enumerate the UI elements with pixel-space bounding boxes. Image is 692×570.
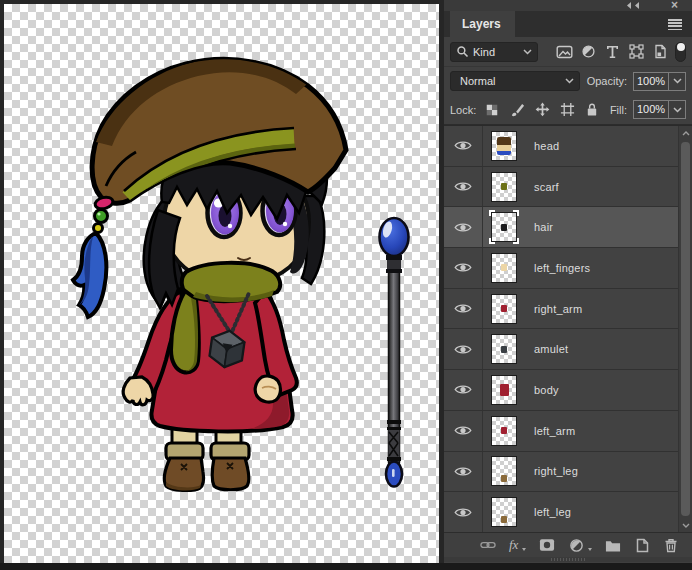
green-bead <box>95 210 108 223</box>
filter-type-layers-icon[interactable] <box>603 43 621 61</box>
new-layer-icon[interactable] <box>634 537 650 553</box>
layer-row[interactable]: left_arm <box>444 411 692 452</box>
lock-position-move-icon[interactable] <box>533 101 551 119</box>
layer-name[interactable]: left_fingers <box>534 262 590 274</box>
photoshop-window: { "panel": { "tab_label": "Layers", "hea… <box>0 0 692 570</box>
layer-name[interactable]: body <box>534 384 559 396</box>
visibility-eye-icon[interactable] <box>444 289 483 329</box>
opacity-dropdown-icon[interactable] <box>668 73 685 90</box>
lock-label: Lock: <box>450 104 476 116</box>
panel-title-bar: × <box>444 0 692 11</box>
layer-row-selected[interactable]: hair <box>444 207 692 248</box>
lock-all-padlock-icon[interactable] <box>583 101 601 119</box>
delete-layer-trash-icon[interactable] <box>663 537 679 553</box>
witch-character <box>73 57 346 490</box>
yellow-bead <box>94 224 103 233</box>
layer-thumbnail[interactable] <box>491 375 517 405</box>
layer-name[interactable]: right_arm <box>534 303 582 315</box>
blend-mode-dropdown[interactable]: Normal <box>450 71 580 91</box>
visibility-eye-icon[interactable] <box>444 411 483 451</box>
layer-list-scrollbar[interactable] <box>678 126 692 532</box>
layer-name[interactable]: left_arm <box>534 425 575 437</box>
layer-thumbnail[interactable] <box>491 456 517 486</box>
fill-value[interactable]: 100% <box>634 101 668 118</box>
tab-layers[interactable]: Layers <box>450 11 515 37</box>
layer-thumbnail[interactable] <box>491 497 517 527</box>
layer-thumbnail[interactable] <box>491 294 517 324</box>
layer-row[interactable]: left_fingers <box>444 248 692 289</box>
visibility-eye-icon[interactable] <box>444 167 483 207</box>
filter-shape-layers-icon[interactable] <box>627 43 645 61</box>
visibility-eye-icon[interactable] <box>444 248 483 288</box>
opacity-label: Opacity: <box>587 75 627 87</box>
right-boot <box>212 458 249 490</box>
filter-kind-dropdown[interactable]: Kind <box>450 42 538 62</box>
panel-tab-strip: Layers <box>444 11 692 37</box>
new-group-folder-icon[interactable] <box>605 537 621 553</box>
blend-mode-value: Normal <box>456 75 565 87</box>
panel-bottom-bar: fx <box>444 532 692 557</box>
layer-row[interactable]: right_leg <box>444 452 692 493</box>
staff-orb <box>380 218 409 256</box>
visibility-eye-icon[interactable] <box>444 126 483 166</box>
layer-thumbnail[interactable] <box>491 253 517 283</box>
filter-kind-label: Kind <box>469 46 523 58</box>
layer-row[interactable]: body <box>444 370 692 411</box>
link-layers-icon[interactable] <box>480 537 496 553</box>
layer-thumbnail[interactable] <box>491 172 517 202</box>
panel-resize-grip[interactable] <box>444 557 692 562</box>
scroll-down-icon[interactable] <box>679 518 692 532</box>
layer-name[interactable]: amulet <box>534 343 568 355</box>
layer-row[interactable]: amulet <box>444 329 692 370</box>
feather-charm <box>73 233 106 317</box>
visibility-eye-icon[interactable] <box>444 329 483 369</box>
filter-pixel-layers-icon[interactable] <box>555 43 573 61</box>
scroll-up-icon[interactable] <box>679 126 692 140</box>
window-bottom-edge <box>0 563 692 570</box>
character-artwork <box>4 4 439 563</box>
layer-name[interactable]: left_leg <box>534 506 571 518</box>
opacity-value[interactable]: 100% <box>634 73 668 90</box>
new-adjustment-layer-icon[interactable] <box>568 537 584 553</box>
layer-thumbnail[interactable] <box>491 212 517 242</box>
opacity-field: 100% <box>633 72 686 91</box>
search-icon <box>456 45 469 58</box>
lock-image-brush-icon[interactable] <box>508 101 526 119</box>
visibility-eye-icon[interactable] <box>444 370 483 410</box>
transparency-checkerboard[interactable] <box>4 4 439 563</box>
fill-label: Fill: <box>610 104 627 116</box>
visibility-eye-icon[interactable] <box>444 452 483 492</box>
layer-row[interactable]: right_arm <box>444 289 692 330</box>
layer-style-fx-icon[interactable]: fx <box>509 537 518 553</box>
filter-toggle-switch[interactable] <box>675 42 686 62</box>
lock-transparency-icon[interactable] <box>483 101 501 119</box>
filter-smart-objects-icon[interactable] <box>651 43 669 61</box>
scrollbar-thumb[interactable] <box>681 142 690 516</box>
right-hand <box>255 376 280 402</box>
layer-thumbnail[interactable] <box>491 334 517 364</box>
blend-row: Normal Opacity: 100% <box>444 67 692 95</box>
pink-bead <box>94 195 114 210</box>
layer-name[interactable]: right_leg <box>534 465 578 477</box>
lock-row: Lock: Fill: 100% <box>444 95 692 125</box>
layer-row[interactable]: head <box>444 126 692 167</box>
hat-beads <box>94 195 115 232</box>
collapse-panel-icon[interactable] <box>625 2 640 9</box>
adjustment-caret-icon <box>588 548 592 551</box>
layer-name[interactable]: hair <box>534 221 553 233</box>
layer-name[interactable]: head <box>534 140 559 152</box>
layer-row[interactable]: scarf <box>444 167 692 208</box>
panel-menu-icon[interactable] <box>668 19 682 32</box>
lock-artboard-icon[interactable] <box>558 101 576 119</box>
layer-thumbnail[interactable] <box>491 416 517 446</box>
layer-thumbnail[interactable] <box>491 131 517 161</box>
filter-adjustment-layers-icon[interactable] <box>579 43 597 61</box>
layers-panel: × Layers Kind <box>444 0 692 570</box>
fill-dropdown-icon[interactable] <box>668 101 685 118</box>
filter-row: Kind <box>444 37 692 67</box>
visibility-eye-icon[interactable] <box>444 492 483 532</box>
layer-row[interactable]: left_leg <box>444 492 692 532</box>
visibility-eye-icon[interactable] <box>444 207 483 247</box>
layer-name[interactable]: scarf <box>534 181 559 193</box>
add-layer-mask-icon[interactable] <box>539 537 555 553</box>
